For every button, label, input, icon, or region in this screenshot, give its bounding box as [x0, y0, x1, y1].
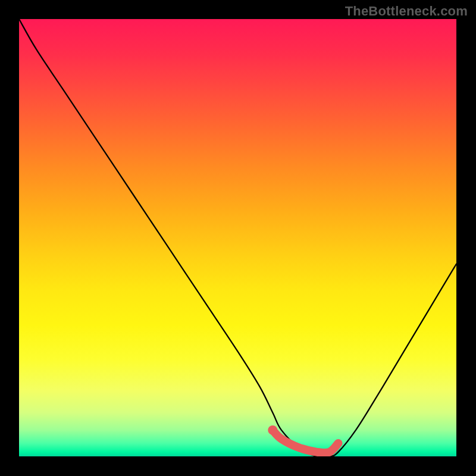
optimal-range-path [273, 430, 338, 453]
bottleneck-curve-path [19, 19, 456, 456]
plot-area [19, 19, 456, 456]
chart-frame: TheBottleneck.com [0, 0, 476, 476]
chart-svg [19, 19, 456, 456]
attribution-label: TheBottleneck.com [345, 4, 468, 19]
optimal-marker [268, 425, 277, 435]
